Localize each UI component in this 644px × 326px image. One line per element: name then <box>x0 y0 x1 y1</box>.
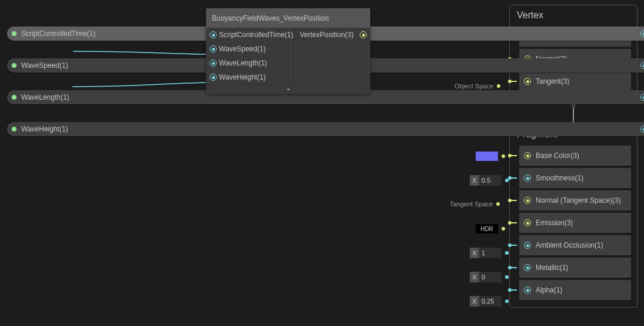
expand-toggle[interactable] <box>206 84 370 94</box>
fragment-row-ao[interactable]: Ambient Occlusion(1) <box>519 235 631 255</box>
property-label: ScriptControlledTime(1) <box>21 29 95 38</box>
row-label: Emission(3) <box>536 219 573 227</box>
x-value[interactable]: 0.5 <box>479 175 502 186</box>
connector-icon <box>511 200 517 201</box>
node-buoyancy-vertex-position[interactable]: BuoyancyFieldWaves_VertexPosition Script… <box>206 8 370 94</box>
default-label: Tangent Space <box>450 200 493 208</box>
row-label: Metallic(1) <box>536 264 568 272</box>
output-row-vertex-position: VertexPosition(3) <box>294 28 370 42</box>
dot-icon <box>505 179 509 182</box>
input-label: WaveSpeed(1) <box>219 45 266 53</box>
x-label: X <box>470 272 479 282</box>
in-port[interactable] <box>524 264 531 271</box>
default-ao[interactable]: X1 <box>470 248 509 258</box>
node-title: BuoyancyFieldWaves_VertexPosition <box>206 8 370 28</box>
property-wave-height[interactable]: WaveHeight(1) <box>7 122 644 136</box>
in-port[interactable] <box>524 78 531 85</box>
row-label: Base Color(3) <box>536 152 579 160</box>
block-title: Vertex <box>510 10 637 24</box>
input-label: WaveLength(1) <box>219 59 267 67</box>
x-value[interactable]: 1 <box>479 248 502 258</box>
out-port[interactable] <box>360 31 367 38</box>
property-label: WaveLength(1) <box>21 93 69 101</box>
x-label: X <box>470 175 479 186</box>
vertex-row-tangent[interactable]: Tangent(3) <box>519 71 631 91</box>
row-label: Ambient Occlusion(1) <box>536 241 603 249</box>
connector-icon <box>511 222 517 223</box>
vertex-block: Vertex Position(3) Normal(3) Tangent(3) <box>509 5 638 99</box>
connector-icon <box>511 245 517 246</box>
fragment-row-emission[interactable]: Emission(3) <box>519 213 631 233</box>
x-value[interactable]: 0 <box>479 272 502 282</box>
default-emission[interactable]: HDR <box>476 224 505 233</box>
dot-icon <box>505 299 509 303</box>
fragment-block: Fragment Base Color(3) Smoothness(1) Nor… <box>509 124 638 308</box>
in-port[interactable] <box>524 242 531 249</box>
block-link-line <box>573 108 574 122</box>
type-dot-icon <box>12 31 16 36</box>
in-port[interactable] <box>524 152 531 159</box>
in-port[interactable] <box>210 45 217 52</box>
default-space-tangent[interactable]: Object Space <box>454 83 500 90</box>
input-row-wave-height: WaveHeight(1) <box>206 70 293 84</box>
type-dot-icon <box>12 63 16 68</box>
input-label: ScriptControlledTime(1) <box>219 31 293 39</box>
row-label: Normal (Tangent Space)(3) <box>536 196 621 205</box>
in-port[interactable] <box>524 197 531 204</box>
connector-icon <box>511 177 517 179</box>
in-port[interactable] <box>210 31 217 38</box>
type-dot-icon <box>12 127 16 131</box>
default-smoothness[interactable]: X0.5 <box>470 175 509 186</box>
dot-icon <box>505 275 509 279</box>
dot-icon <box>496 202 500 206</box>
out-port[interactable] <box>640 30 644 37</box>
x-label: X <box>470 296 479 307</box>
default-metallic[interactable]: X0 <box>470 272 509 282</box>
dot-icon <box>502 227 505 230</box>
in-port[interactable] <box>524 287 531 294</box>
out-port[interactable] <box>640 126 644 133</box>
in-port[interactable] <box>210 74 217 81</box>
connector-icon <box>511 81 517 82</box>
input-row-wave-length: WaveLength(1) <box>206 56 293 70</box>
dot-icon <box>505 251 509 255</box>
default-normal-space[interactable]: Tangent Space <box>450 200 500 208</box>
property-label: WaveHeight(1) <box>21 125 68 133</box>
fragment-row-metallic[interactable]: Metallic(1) <box>519 258 631 278</box>
dot-icon <box>497 84 500 88</box>
default-label: Object Space <box>454 83 493 90</box>
property-label: WaveSpeed(1) <box>21 61 68 70</box>
out-port[interactable] <box>640 62 644 69</box>
connector-icon <box>511 267 517 268</box>
default-base-color[interactable] <box>476 152 505 161</box>
row-label: Smoothness(1) <box>536 174 583 182</box>
fragment-row-smoothness[interactable]: Smoothness(1) <box>519 168 631 188</box>
in-port[interactable] <box>524 219 531 226</box>
x-value[interactable]: 0.25 <box>479 296 502 307</box>
input-row-wave-speed: WaveSpeed(1) <box>206 42 293 56</box>
input-row-script-controlled-time: ScriptControlledTime(1) <box>206 28 293 42</box>
dot-icon <box>502 154 505 158</box>
output-label: VertexPosition(3) <box>300 31 353 39</box>
color-swatch[interactable] <box>476 152 498 161</box>
in-port[interactable] <box>210 60 217 67</box>
connector-icon <box>511 155 517 156</box>
chevron-down-icon <box>284 85 293 94</box>
fragment-row-base-color[interactable]: Base Color(3) <box>519 146 631 166</box>
hdr-badge[interactable]: HDR <box>476 224 498 233</box>
out-port[interactable] <box>640 94 644 101</box>
connector-icon <box>511 289 517 291</box>
type-dot-icon <box>12 95 16 100</box>
fragment-row-alpha[interactable]: Alpha(1) <box>519 280 631 300</box>
x-label: X <box>470 248 479 258</box>
input-label: WaveHeight(1) <box>219 73 266 81</box>
fragment-row-normal-ts[interactable]: Normal (Tangent Space)(3) <box>519 190 631 210</box>
row-label: Tangent(3) <box>536 77 569 85</box>
row-label: Alpha(1) <box>536 286 562 294</box>
in-port[interactable] <box>524 174 531 182</box>
default-alpha[interactable]: X0.25 <box>470 296 509 307</box>
